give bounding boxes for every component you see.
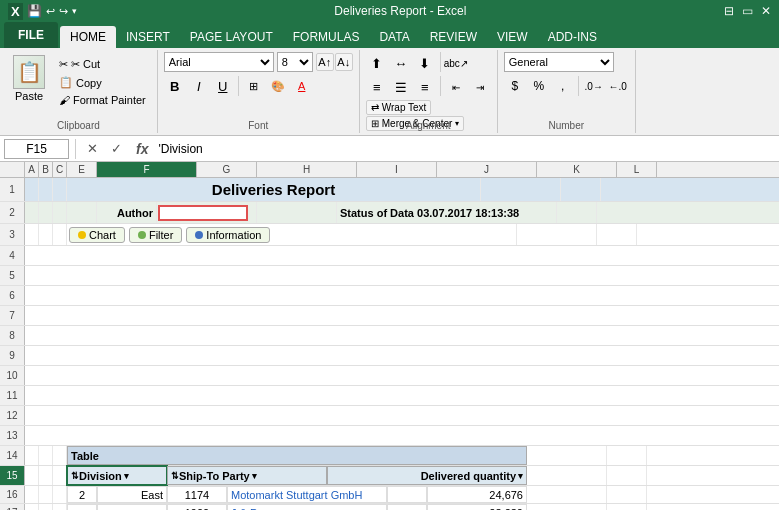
col-header-C[interactable]: C — [53, 162, 67, 177]
tab-formulas[interactable]: FORMULAS — [283, 26, 370, 48]
font-family-select[interactable]: Arial — [164, 52, 274, 72]
cell-region-17[interactable] — [97, 504, 167, 510]
cell-C2[interactable] — [53, 202, 67, 223]
cancel-formula-button[interactable]: ✕ — [82, 139, 102, 159]
cell-C17[interactable] — [53, 504, 67, 510]
align-middle-button[interactable]: ↔ — [390, 52, 412, 74]
empty-row-11[interactable] — [25, 386, 779, 405]
table-header-cell[interactable]: Table — [67, 446, 527, 465]
col-header-L[interactable]: L — [617, 162, 657, 177]
tab-page-layout[interactable]: PAGE LAYOUT — [180, 26, 283, 48]
tab-file[interactable]: FILE — [4, 22, 58, 48]
font-color-button[interactable]: A — [291, 75, 313, 97]
cell-F2-author[interactable]: Author — [97, 202, 157, 223]
cell-H2[interactable] — [257, 202, 337, 223]
col-header-J[interactable]: J — [437, 162, 537, 177]
decrease-indent-button[interactable]: ⇤ — [445, 76, 467, 98]
report-title-cell[interactable]: Deliveries Report — [67, 178, 481, 201]
empty-row-6[interactable] — [25, 286, 779, 305]
cell-K3[interactable] — [517, 224, 597, 245]
author-input[interactable] — [158, 205, 248, 221]
cell-L1[interactable] — [561, 178, 601, 201]
italic-button[interactable]: I — [188, 75, 210, 97]
cell-A17[interactable] — [25, 504, 39, 510]
empty-row-8[interactable] — [25, 326, 779, 345]
col-header-G[interactable]: G — [197, 162, 257, 177]
col-header-ship-to[interactable]: ⇅ Ship-To Party ▾ — [167, 466, 327, 485]
cell-B16[interactable] — [39, 486, 53, 503]
cell-C3[interactable] — [53, 224, 67, 245]
col-filter-icon[interactable]: ▾ — [124, 471, 129, 481]
cell-empty-16[interactable] — [387, 486, 427, 503]
percent-button[interactable]: % — [528, 75, 550, 97]
empty-row-7[interactable] — [25, 306, 779, 325]
cell-name-17[interactable]: J & P — [227, 504, 387, 510]
cell-A15[interactable] — [25, 466, 39, 485]
cell-division-17[interactable] — [67, 504, 97, 510]
border-button[interactable]: ⊞ — [243, 75, 265, 97]
confirm-formula-button[interactable]: ✓ — [106, 139, 126, 159]
cell-B2[interactable] — [39, 202, 53, 223]
font-size-select[interactable]: 8 9 10 11 12 — [277, 52, 313, 72]
col-header-qty[interactable]: Delivered quantity ▾ — [327, 466, 527, 485]
cell-K1[interactable] — [481, 178, 561, 201]
information-button[interactable]: Information — [186, 227, 270, 243]
cell-A14[interactable] — [25, 446, 39, 465]
comma-button[interactable]: , — [552, 75, 574, 97]
decrease-font-button[interactable]: A↓ — [335, 53, 353, 71]
fill-color-button[interactable]: 🎨 — [267, 75, 289, 97]
col-header-H[interactable]: H — [257, 162, 357, 177]
align-bottom-button[interactable]: ⬇ — [414, 52, 436, 74]
number-format-select[interactable]: General Number Currency Percentage — [504, 52, 614, 72]
col-header-E[interactable]: E — [67, 162, 97, 177]
col-header-I[interactable]: I — [357, 162, 437, 177]
cell-L14[interactable] — [607, 446, 647, 465]
redo-icon[interactable]: ↪ — [59, 5, 68, 18]
cell-B15[interactable] — [39, 466, 53, 485]
increase-font-button[interactable]: A↑ — [316, 53, 334, 71]
close-icon[interactable]: ✕ — [761, 4, 771, 18]
increase-indent-button[interactable]: ⇥ — [469, 76, 491, 98]
empty-row-10[interactable] — [25, 366, 779, 385]
tab-insert[interactable]: INSERT — [116, 26, 180, 48]
cell-code-17[interactable]: 1900 — [167, 504, 227, 510]
empty-row-12[interactable] — [25, 406, 779, 425]
cell-empty-17[interactable] — [387, 504, 427, 510]
empty-row-5[interactable] — [25, 266, 779, 285]
tab-add-ins[interactable]: ADD-INS — [538, 26, 607, 48]
cell-A1[interactable] — [25, 178, 39, 201]
col-header-A[interactable]: A — [25, 162, 39, 177]
cell-K15[interactable] — [527, 466, 607, 485]
cell-C16[interactable] — [53, 486, 67, 503]
cell-B14[interactable] — [39, 446, 53, 465]
cell-A3[interactable] — [25, 224, 39, 245]
chart-button[interactable]: Chart — [69, 227, 125, 243]
cell-L15[interactable] — [607, 466, 647, 485]
decrease-decimal-button[interactable]: .0→ — [583, 75, 605, 97]
increase-decimal-button[interactable]: ←.0 — [607, 75, 629, 97]
cell-B17[interactable] — [39, 504, 53, 510]
empty-row-4[interactable] — [25, 246, 779, 265]
cell-code-16[interactable]: 1174 — [167, 486, 227, 503]
orient-button[interactable]: abc↗ — [445, 52, 467, 74]
empty-row-13[interactable] — [25, 426, 779, 445]
align-left-button[interactable]: ≡ — [366, 76, 388, 98]
cell-L16[interactable] — [607, 486, 647, 503]
cell-qty-16[interactable]: 24,676 — [427, 486, 527, 503]
copy-button[interactable]: 📋 Copy — [54, 74, 151, 91]
col-header-F[interactable]: F — [97, 162, 197, 177]
cell-division-16[interactable]: 2 — [67, 486, 97, 503]
col-header-division[interactable]: ⇅ Division ▾ — [67, 466, 167, 485]
filter-button[interactable]: Filter — [129, 227, 182, 243]
cell-K17[interactable] — [527, 504, 607, 510]
align-center-button[interactable]: ☰ — [390, 76, 412, 98]
tab-home[interactable]: HOME — [60, 26, 116, 48]
col-header-K[interactable]: K — [537, 162, 617, 177]
tab-review[interactable]: REVIEW — [420, 26, 487, 48]
cell-A16[interactable] — [25, 486, 39, 503]
bold-button[interactable]: B — [164, 75, 186, 97]
col-filter-icon-2[interactable]: ▾ — [252, 471, 257, 481]
tab-view[interactable]: VIEW — [487, 26, 538, 48]
cut-button[interactable]: ✂ ✂ Cut — [54, 56, 151, 73]
tab-data[interactable]: DATA — [369, 26, 419, 48]
